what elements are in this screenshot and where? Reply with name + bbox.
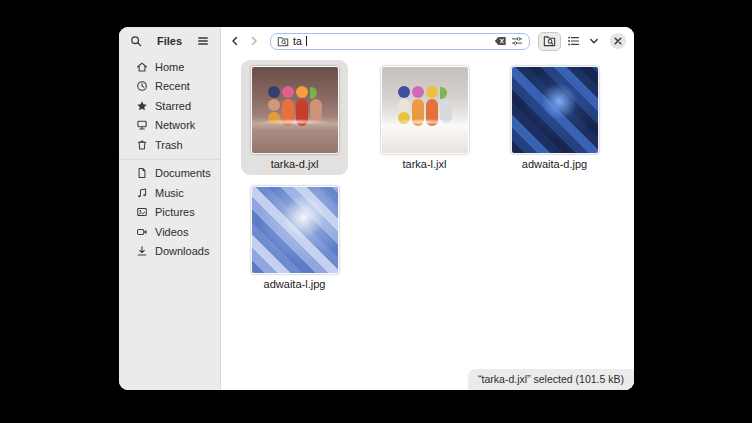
headerbar: ta	[221, 27, 634, 55]
file-name: tarka-d.jxl	[271, 158, 319, 171]
chevron-down-icon	[589, 36, 599, 46]
sidebar-header: Files	[119, 27, 220, 55]
sidebar-item-trash[interactable]: Trash	[123, 135, 216, 155]
sidebar-item-home[interactable]: Home	[123, 57, 216, 77]
sidebar-places: Home Recent Starred Network Trash	[119, 55, 220, 261]
window-title: Files	[149, 35, 190, 47]
sidebar-item-label: Network	[155, 119, 195, 131]
sidebar-separator	[119, 159, 220, 160]
selection-status-badge: “tarka-d.jxl” selected (101.5 kB)	[468, 369, 634, 390]
sidebar-item-label: Music	[155, 187, 184, 199]
list-view-button[interactable]	[564, 32, 582, 50]
sidebar-item-network[interactable]: Network	[123, 116, 216, 136]
network-icon	[136, 119, 148, 131]
sidebar-item-documents[interactable]: Documents	[123, 164, 216, 184]
backspace-clear-icon[interactable]	[494, 36, 507, 46]
sidebar-item-recent[interactable]: Recent	[123, 77, 216, 97]
clock-icon	[136, 80, 148, 92]
window-close-button[interactable]	[610, 33, 626, 49]
folder-search-icon	[277, 36, 289, 47]
sidebar-item-label: Documents	[155, 167, 211, 179]
chevron-right-icon	[249, 36, 259, 46]
home-icon	[136, 61, 148, 73]
file-browser-content: tarka-d.jxl tarka-l.jxl	[221, 55, 634, 390]
main-pane: ta	[221, 27, 634, 390]
list-view-icon	[567, 35, 580, 47]
sidebar-item-label: Recent	[155, 80, 190, 92]
search-toggle-button[interactable]	[538, 32, 561, 51]
sidebar-item-music[interactable]: Music	[123, 183, 216, 203]
sidebar-item-label: Starred	[155, 100, 191, 112]
sidebar-item-starred[interactable]: Starred	[123, 96, 216, 116]
files-window: Files Home Recent Starred	[119, 27, 634, 390]
file-name: adwaita-l.jpg	[264, 278, 326, 291]
view-options-button[interactable]	[585, 32, 603, 50]
search-icon[interactable]	[127, 32, 145, 50]
sidebar-item-label: Downloads	[155, 245, 209, 257]
sidebar-item-videos[interactable]: Videos	[123, 222, 216, 242]
search-filters-icon[interactable]	[511, 36, 523, 46]
file-item-adwaita-l[interactable]: adwaita-l.jpg	[241, 180, 348, 295]
music-note-icon	[136, 187, 148, 199]
file-thumbnail	[251, 186, 339, 274]
star-icon	[136, 100, 148, 112]
trash-icon	[136, 139, 148, 151]
file-item-tarka-d[interactable]: tarka-d.jxl	[241, 60, 348, 175]
download-icon	[136, 245, 148, 257]
sidebar: Files Home Recent Starred	[119, 27, 221, 390]
sidebar-item-label: Pictures	[155, 206, 195, 218]
file-thumbnail	[511, 66, 599, 154]
search-query-text: ta	[293, 36, 302, 47]
sidebar-item-label: Home	[155, 61, 184, 73]
file-thumbnail	[381, 66, 469, 154]
folder-search-icon	[543, 35, 556, 47]
video-camera-icon	[136, 226, 148, 238]
document-icon	[136, 167, 148, 179]
search-input[interactable]: ta	[270, 33, 530, 50]
text-cursor	[306, 36, 307, 46]
desktop-background: Files Home Recent Starred	[0, 0, 752, 423]
sidebar-item-downloads[interactable]: Downloads	[123, 242, 216, 262]
file-grid: tarka-d.jxl tarka-l.jxl	[241, 60, 634, 295]
file-item-tarka-l[interactable]: tarka-l.jxl	[371, 60, 478, 175]
sidebar-item-label: Trash	[155, 139, 183, 151]
chevron-left-icon	[230, 36, 240, 46]
sidebar-item-pictures[interactable]: Pictures	[123, 203, 216, 223]
hamburger-menu-icon[interactable]	[194, 32, 212, 50]
picture-icon	[136, 206, 148, 218]
file-item-adwaita-d[interactable]: adwaita-d.jpg	[501, 60, 608, 175]
back-button[interactable]	[227, 32, 243, 50]
window-close-icon	[614, 37, 622, 45]
file-thumbnail	[251, 66, 339, 154]
file-name: adwaita-d.jpg	[522, 158, 587, 171]
sidebar-item-label: Videos	[155, 226, 188, 238]
file-name: tarka-l.jxl	[402, 158, 446, 171]
forward-button[interactable]	[246, 32, 262, 50]
